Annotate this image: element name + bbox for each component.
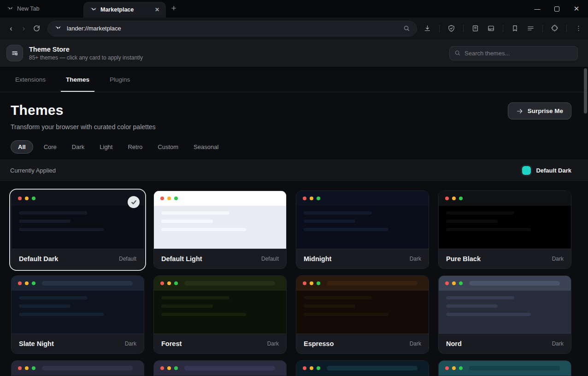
traffic-light-yellow-icon [167, 281, 171, 285]
preview-titlebar [439, 361, 571, 376]
theme-card-partial-4[interactable] [438, 360, 571, 376]
scrollbar-thumb[interactable] [584, 68, 587, 113]
download-icon[interactable] [423, 24, 431, 32]
theme-card-nord[interactable]: NordDark [438, 275, 571, 354]
store-subtitle: 85+ themes — click any card to apply ins… [29, 54, 143, 61]
theme-preview [439, 276, 571, 334]
preview-addressbar [327, 281, 417, 286]
traffic-light-red-icon [303, 366, 306, 370]
surprise-me-button[interactable]: Surprise Me [508, 102, 571, 119]
theme-card-pure-black[interactable]: Pure BlackDark [438, 191, 571, 269]
theme-name: Nord [446, 340, 462, 347]
theme-preview [154, 191, 286, 249]
theme-category-badge: Dark [125, 340, 136, 347]
traffic-light-green-icon [32, 197, 35, 200]
theme-category-badge: Dark [410, 256, 421, 262]
traffic-light-yellow-icon [167, 197, 171, 200]
skeleton-line [19, 296, 87, 299]
traffic-light-red-icon [445, 281, 449, 285]
theme-card-espresso[interactable]: EspressoDark [296, 275, 429, 354]
preview-titlebar [296, 276, 429, 291]
nav-tab-plugins[interactable]: Plugins [110, 67, 130, 92]
close-button[interactable]: ✕ [573, 5, 580, 13]
divider [463, 25, 464, 32]
theme-preview [439, 191, 571, 249]
theme-card-partial-1[interactable] [11, 360, 144, 376]
store-header: Theme Store 85+ themes — click any card … [0, 39, 588, 67]
extensions-puzzle-icon[interactable] [551, 24, 559, 32]
preview-addressbar [469, 281, 560, 286]
theme-card-midnight[interactable]: MidnightDark [296, 191, 429, 269]
divider [542, 25, 543, 32]
preview-titlebar [12, 361, 144, 376]
theme-card-partial-2[interactable] [153, 360, 287, 376]
nav-tab-extensions[interactable]: Extensions [15, 67, 46, 92]
theme-swatch [522, 166, 531, 175]
theme-preview [296, 361, 429, 376]
tab-close-icon[interactable]: ✕ [155, 6, 159, 13]
filter-chip-all[interactable]: All [11, 140, 33, 154]
reading-list-icon[interactable] [471, 24, 479, 32]
tab-new-tab[interactable]: New Tab [0, 0, 46, 18]
theme-name: Pure Black [446, 255, 481, 263]
preview-titlebar [296, 361, 429, 376]
theme-card-partial-3[interactable] [296, 360, 429, 376]
traffic-light-yellow-icon [310, 366, 313, 370]
filter-chip-dark[interactable]: Dark [72, 143, 84, 150]
search-icon[interactable] [403, 25, 410, 32]
back-button[interactable]: ‹ [6, 23, 17, 35]
refresh-button[interactable] [31, 23, 42, 35]
preview-addressbar [184, 366, 275, 370]
theme-card-slate-night[interactable]: Slate NightDark [11, 275, 144, 354]
theme-grid: Default DarkDefaultDefault LightDefaultM… [0, 181, 588, 376]
forward-button[interactable]: › [18, 23, 29, 35]
theme-card-forest[interactable]: ForestDark [153, 275, 287, 354]
more-vertical-icon[interactable] [575, 24, 582, 32]
wallet-card-icon[interactable] [487, 24, 495, 32]
search-icon [454, 50, 461, 56]
traffic-light-green-icon [174, 281, 178, 285]
skeleton-line [161, 211, 229, 215]
menu-lines-icon[interactable] [527, 24, 535, 32]
preview-content [154, 291, 286, 334]
nav-tab-themes[interactable]: Themes [66, 67, 89, 92]
traffic-light-red-icon [445, 197, 449, 200]
skeleton-line [161, 228, 246, 231]
skeleton-line [446, 296, 514, 299]
traffic-light-red-icon [160, 197, 164, 200]
preview-titlebar [154, 276, 286, 291]
skeleton-line [19, 228, 104, 231]
theme-name: Espresso [304, 340, 334, 347]
traffic-light-red-icon [303, 197, 306, 200]
minimize-button[interactable]: — [534, 6, 541, 12]
filter-chip-retro[interactable]: Retro [128, 143, 142, 150]
theme-namebar: Default DarkDefault [12, 249, 144, 269]
filter-chip-seasonal[interactable]: Seasonal [194, 143, 218, 150]
new-tab-button[interactable]: + [169, 4, 179, 14]
maximize-button[interactable] [554, 6, 559, 12]
theme-search-input[interactable]: Search themes... [449, 46, 578, 60]
tab-marketplace[interactable]: Marketplace ✕ [83, 2, 166, 18]
filter-chip-core[interactable]: Core [44, 143, 57, 150]
theme-namebar: MidnightDark [296, 249, 429, 269]
bookmark-icon[interactable] [511, 24, 519, 32]
skeleton-line [446, 304, 498, 308]
theme-name: Default Dark [19, 255, 58, 263]
theme-category-badge: Default [119, 256, 136, 262]
traffic-light-yellow-icon [310, 197, 313, 200]
window-controls: — ✕ [534, 0, 588, 18]
shield-check-icon[interactable] [447, 24, 455, 32]
traffic-light-green-icon [174, 197, 178, 200]
filter-chip-custom[interactable]: Custom [158, 143, 178, 150]
traffic-light-green-icon [174, 366, 178, 370]
filter-chip-light[interactable]: Light [100, 143, 112, 150]
theme-card-default-light[interactable]: Default LightDefault [153, 191, 287, 269]
store-meta: Theme Store 85+ themes — click any card … [29, 46, 143, 61]
traffic-light-yellow-icon [310, 281, 313, 285]
refresh-icon [33, 25, 40, 32]
traffic-light-yellow-icon [25, 366, 29, 370]
traffic-light-red-icon [18, 197, 22, 200]
theme-namebar: NordDark [439, 334, 571, 353]
theme-card-default-dark[interactable]: Default DarkDefault [11, 191, 144, 269]
address-bar[interactable]: lander://marketplace [47, 21, 417, 36]
